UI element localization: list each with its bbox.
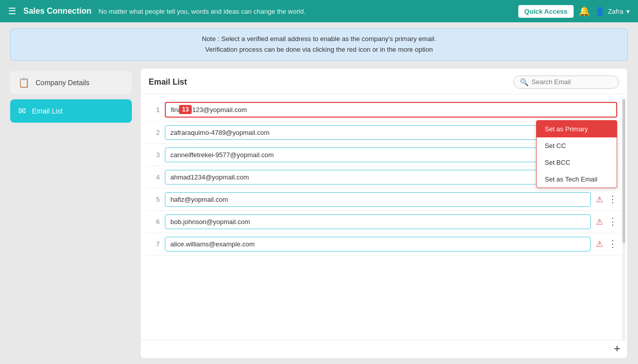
notice-line1: Note : Select a verified email address t… [21, 34, 617, 45]
search-box[interactable]: 🔍 [513, 76, 619, 89]
notice-banner: Note : Select a verified email address t… [10, 28, 628, 61]
table-row: 7 ⚠ ⋮ [147, 233, 621, 256]
row-number: 7 [151, 240, 160, 248]
table-row: 6 ⚠ ⋮ [147, 211, 621, 233]
email-panel-header: Email List 🔍 [140, 68, 627, 94]
email-dropdown-menu: Set as Primary Set CC Set BCC Set as Tec… [536, 120, 617, 188]
bell-icon[interactable]: 🔔 [579, 6, 590, 17]
email-list: 1 13 Set as Primary Set CC Set BCC Set a… [140, 94, 627, 340]
user-name: Zafra [608, 8, 623, 15]
app-tagline: No matter what people tell you, words an… [98, 8, 305, 15]
main-container: Note : Select a verified email address t… [0, 22, 638, 364]
add-button-row: + [140, 340, 627, 358]
user-icon: 👤 [595, 7, 605, 16]
dropdown-item-set-primary[interactable]: Set as Primary [537, 121, 617, 137]
nav-left: ☰ Sales Connection No matter what people… [8, 6, 306, 17]
row-number: 1 [151, 106, 160, 114]
scroll-thumb[interactable] [622, 99, 625, 244]
row-number: 6 [151, 218, 160, 226]
row-number: 3 [151, 151, 160, 159]
top-navigation: ☰ Sales Connection No matter what people… [0, 0, 638, 22]
nav-right: Quick Access 🔔 👤 Zafra ▾ [518, 5, 630, 18]
table-row: 1 13 Set as Primary Set CC Set BCC Set a… [147, 98, 621, 122]
app-title: Sales Connection [23, 7, 91, 16]
user-menu[interactable]: 👤 Zafra ▾ [595, 7, 630, 16]
company-details-icon: 📋 [18, 77, 29, 88]
chevron-down-icon: ▾ [626, 8, 630, 15]
sidebar-item-company-details[interactable]: 📋 Company Details [10, 71, 132, 94]
quick-access-button[interactable]: Quick Access [518, 5, 574, 18]
email-panel-title: Email List [149, 78, 187, 87]
warning-icon[interactable]: ⚠ [596, 239, 603, 249]
email-input[interactable] [165, 237, 591, 251]
dropdown-item-set-cc[interactable]: Set CC [537, 137, 617, 154]
row-number: 2 [151, 129, 160, 136]
more-options-icon[interactable]: ⋮ [608, 194, 617, 205]
sidebar-item-email-list[interactable]: ✉ Email List [10, 99, 132, 123]
hamburger-icon[interactable]: ☰ [8, 6, 16, 17]
notice-line2: Verification process can be done via cli… [21, 45, 617, 55]
warning-icon[interactable]: ⚠ [596, 195, 603, 204]
badge-count: 13 [179, 105, 192, 114]
add-email-button[interactable]: + [614, 343, 620, 354]
email-panel: Email List 🔍 1 13 Set as Primary [140, 68, 628, 359]
dropdown-item-set-bcc[interactable]: Set BCC [537, 154, 617, 171]
warning-icon[interactable]: ⚠ [596, 217, 603, 227]
search-input[interactable] [531, 78, 613, 86]
dropdown-item-set-tech[interactable]: Set as Tech Email [537, 171, 617, 188]
content-area: 📋 Company Details ✉ Email List Email Lis… [0, 65, 638, 364]
more-options-icon[interactable]: ⋮ [608, 238, 617, 249]
email-list-icon: ✉ [18, 105, 26, 117]
sidebar: 📋 Company Details ✉ Email List [10, 68, 132, 359]
email-input[interactable] [165, 214, 591, 229]
sidebar-item-label-email: Email List [32, 107, 63, 115]
search-icon: 🔍 [520, 78, 528, 86]
row-number: 5 [151, 196, 160, 203]
sidebar-item-label-company: Company Details [36, 79, 90, 87]
email-input[interactable] [165, 170, 591, 185]
row-number: 4 [151, 173, 160, 181]
more-options-icon[interactable]: ⋮ [608, 216, 617, 227]
email-input[interactable] [165, 102, 617, 118]
scroll-track [622, 99, 625, 340]
email-input[interactable] [165, 192, 591, 207]
table-row: 5 ⚠ ⋮ [147, 189, 621, 211]
